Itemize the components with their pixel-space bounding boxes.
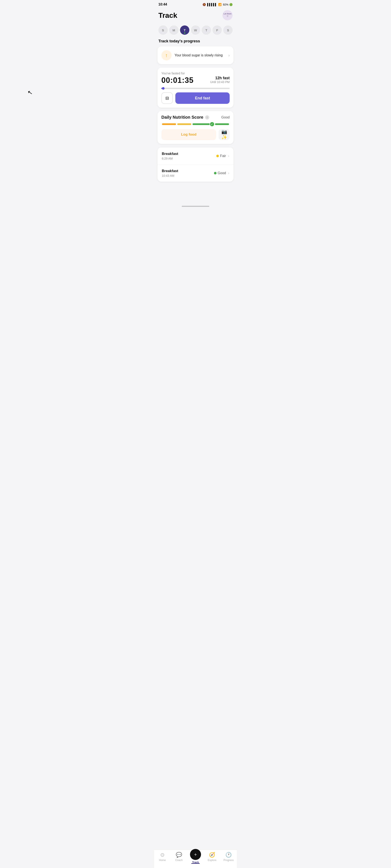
meal-time-2: 10:43 AM [162,174,178,177]
week-days: S M T W T F S [154,24,237,39]
nav-home[interactable]: ⊙ Home [154,852,171,864]
nutrition-check-badge: ✓ [210,122,215,127]
track-plus-icon: ＋ [193,851,198,858]
day-sunday[interactable]: S [158,25,168,35]
meal-chevron-1: › [228,154,229,158]
avatar-button[interactable]: Let them♡ [222,10,233,20]
camera-ai-icon: 📷✨ [219,129,230,140]
meal-rating-1: Fair › [216,154,229,158]
blood-sugar-chevron-icon: › [229,53,230,58]
nutrition-header: Daily Nutrition Score i Good [161,115,230,120]
nutrition-bar-green-active: ✓ [192,123,213,125]
end-fast-button[interactable]: End fast [175,92,230,104]
blood-sugar-up-icon: ↑ [165,52,168,58]
explore-icon: 🧭 [209,852,215,858]
fasting-row: 00:01:35 12h fast Until 10:43 PM [161,76,230,85]
nav-home-label: Home [159,859,166,862]
nav-progress[interactable]: 🕐 Progress [220,852,237,864]
rating-dot-green-2 [214,172,216,175]
avatar-text: Let them♡ [223,13,232,18]
nutrition-title-row: Daily Nutrition Score i [161,115,209,120]
meal-rating-2: Good › [214,171,229,175]
rating-text-2: Good [218,171,226,175]
meal-info-2: Breakfast 10:43 AM [162,169,178,177]
meal-chevron-2: › [228,171,229,175]
fasting-progress-dot [162,87,164,90]
fasting-actions: ⊟ End fast [161,92,230,104]
nutrition-bar-green-right [215,123,229,125]
battery-icon: 92% 🟢 [223,3,233,6]
rating-text-1: Fair [220,154,226,158]
meal-item-2[interactable]: Breakfast 10:43 AM Good › [157,164,234,182]
nav-track[interactable]: ＋ Track [187,852,204,864]
fasting-progress-bar [161,88,230,89]
day-tuesday[interactable]: T [180,25,189,35]
track-center-button[interactable]: ＋ [190,849,201,860]
nav-explore-label: Explore [208,859,216,862]
home-icon: ⊙ [160,852,164,858]
nutrition-title: Daily Nutrition Score [161,115,203,120]
status-time: 10:44 [158,3,167,6]
section-title: Track today's progress [154,39,237,46]
camera-scan-button[interactable]: 📷✨ [219,129,230,140]
blood-sugar-card[interactable]: ↑ Your blood sugar is slowly rising › [157,46,234,64]
rating-dot-yellow-1 [216,155,219,157]
progress-icon: 🕐 [225,852,232,858]
fasting-label: You've fasted for [161,71,230,75]
fasting-timer: 00:01:35 [161,76,193,85]
log-food-row: Log food 📷✨ [161,129,230,140]
nav-progress-label: Progress [223,859,234,862]
meal-item-1[interactable]: Breakfast 6:29 AM Fair › [157,147,234,164]
page-title: Track [158,11,177,20]
status-bar: 10:44 🔕 ▌▌▌▌▌ 📶 92% 🟢 [154,0,237,8]
blood-sugar-message: Your blood sugar is slowly rising [175,53,225,57]
nav-coach-label: Coach [175,859,183,862]
meal-name-1: Breakfast [162,152,178,156]
fasting-card: You've fasted for 00:01:35 12h fast Unti… [157,68,234,107]
nav-coach[interactable]: 💬 Coach [171,852,187,864]
coach-icon: 💬 [176,852,182,858]
nutrition-score: Good [221,116,230,119]
fasting-settings-button[interactable]: ⊟ [161,92,173,104]
home-indicator [182,206,209,207]
nutrition-info-icon[interactable]: i [205,115,209,120]
nutrition-bar-yellow [177,123,191,125]
fasting-goal: 12h fast Until 10:43 PM [210,76,230,84]
meal-time-1: 6:29 AM [162,157,178,160]
nutrition-score-bars: ✓ [161,123,230,125]
sliders-icon: ⊟ [166,96,169,101]
wifi-icon: 📶 [218,3,221,6]
day-wednesday[interactable]: W [191,25,200,35]
fasting-goal-label: 12h fast [210,76,230,80]
header: Track Let them♡ [154,8,237,24]
day-monday[interactable]: M [169,25,179,35]
mute-icon: 🔕 [203,3,206,6]
food-log-card: Breakfast 6:29 AM Fair › Breakfast 10:43… [157,147,234,182]
nav-active-indicator [191,863,200,864]
signal-icon: ▌▌▌▌▌ [207,3,217,6]
meal-name-2: Breakfast [162,169,178,173]
nav-explore[interactable]: 🧭 Explore [204,852,220,864]
nutrition-bar-orange [162,123,176,125]
day-saturday[interactable]: S [223,25,233,35]
status-icons: 🔕 ▌▌▌▌▌ 📶 92% 🟢 [203,3,233,6]
fasting-until: Until 10:43 PM [210,80,230,84]
blood-sugar-icon-wrap: ↑ [161,50,172,60]
day-thursday[interactable]: T [202,25,211,35]
meal-info-1: Breakfast 6:29 AM [162,152,178,160]
nutrition-card: Daily Nutrition Score i Good ✓ Log food … [157,111,234,144]
day-friday[interactable]: F [212,25,222,35]
bottom-nav: ⊙ Home 💬 Coach ＋ Track 🧭 Explore 🕐 Progr… [154,849,237,868]
log-food-button[interactable]: Log food [161,129,216,140]
active-day-dot [184,32,185,34]
